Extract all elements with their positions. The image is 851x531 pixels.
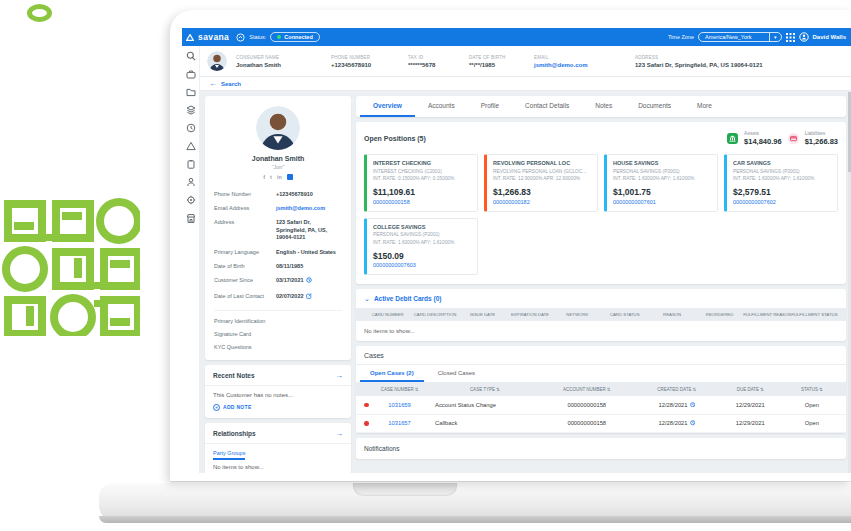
position-title: INTEREST CHECKING: [373, 160, 471, 166]
briefcase-icon[interactable]: [186, 69, 196, 79]
clock-icon[interactable]: [186, 123, 196, 133]
position-account-link[interactable]: 00000000007601: [613, 199, 711, 205]
history-clock-icon[interactable]: [690, 402, 696, 409]
position-account-link[interactable]: 000000000182: [493, 199, 591, 205]
consumer-avatar[interactable]: [207, 51, 227, 71]
linkedin-icon[interactable]: in: [277, 174, 282, 180]
position-rates: INT. RATE: 12.90000% APR: 12.90000%: [493, 176, 591, 181]
row-value-email[interactable]: jsmith@demo.com: [276, 205, 342, 212]
tab-closed-cases[interactable]: Closed Cases: [428, 365, 485, 382]
col-status[interactable]: STATUS⇅: [786, 387, 838, 392]
tab-documents[interactable]: Documents: [625, 96, 684, 117]
toggle-label: Primary Identification: [214, 318, 276, 324]
user-account-icon[interactable]: [799, 32, 809, 42]
toggle-label: Signature Card: [214, 331, 276, 337]
twitter-icon[interactable]: t: [270, 174, 272, 180]
tab-open-cases[interactable]: Open Cases (2): [360, 365, 424, 382]
col-account-number[interactable]: ACCOUNT NUMBER⇅: [535, 387, 639, 392]
tab-profile[interactable]: Profile: [468, 96, 512, 117]
layers-icon[interactable]: [186, 105, 196, 115]
folder-icon[interactable]: [186, 87, 196, 97]
add-note-button[interactable]: + ADD NOTE: [213, 404, 343, 411]
edit-icon[interactable]: [306, 293, 312, 301]
phone-value: +12345678910: [331, 62, 399, 68]
col-reordered: REORDERED: [696, 312, 743, 317]
tab-notes[interactable]: Notes: [582, 96, 625, 117]
app-top-bar: savana Status: Connected Time Zone Ameri…: [182, 28, 851, 46]
position-rates: INT. RATE: 0.15000% APY: 0.15000%: [373, 176, 471, 181]
row-value: English - United States: [276, 249, 342, 256]
search-back-row: ← Search: [200, 77, 851, 91]
profile-row-email: Email Address jsmith@demo.com: [214, 201, 342, 215]
forward-arrow-icon[interactable]: →: [335, 372, 343, 380]
col-case-type[interactable]: CASE TYPE⇅: [435, 387, 535, 392]
priority-dot-icon: [364, 421, 369, 426]
tab-accounts[interactable]: Accounts: [415, 96, 468, 117]
col-created-date[interactable]: CREATED DATE⇅: [639, 387, 715, 392]
chevron-down-icon[interactable]: ▾: [769, 33, 781, 41]
tab-more[interactable]: More: [684, 96, 725, 117]
col-reason: REASON: [648, 312, 695, 317]
laptop-screen: savana Status: Connected Time Zone Ameri…: [170, 10, 851, 481]
settings-gear-icon[interactable]: [186, 195, 196, 205]
savana-logo-icon: [186, 34, 194, 41]
position-account-link[interactable]: 00000000007602: [733, 199, 831, 205]
clipboard-icon[interactable]: [186, 159, 196, 169]
tab-contact-details[interactable]: Contact Details: [512, 96, 582, 117]
position-amount: $150.09: [373, 251, 471, 261]
storefront-icon[interactable]: [186, 213, 196, 223]
search-icon[interactable]: [186, 51, 196, 61]
position-amount: $2,579.51: [733, 187, 831, 197]
position-rates: INT. RATE: 1.60000% APY: 1.61000%: [613, 176, 711, 181]
back-arrow-icon[interactable]: ←: [209, 80, 217, 88]
liabilities-label: Liabilities: [805, 130, 838, 136]
liabilities-value: $1,266.83: [805, 137, 838, 146]
user-name[interactable]: David Walls: [813, 34, 846, 40]
sort-icon: ⇅: [760, 387, 764, 392]
recent-notes-card: Recent Notes → This Customer has no note…: [205, 365, 351, 418]
active-debit-cards-header[interactable]: ⌄ Active Debit Cards (0): [356, 289, 846, 308]
active-debit-cards-card: ⌄ Active Debit Cards (0) CARD NUMBER CAR…: [356, 289, 846, 341]
social-icons-row: f t in: [214, 174, 342, 180]
position-account-link[interactable]: 00000000007603: [373, 262, 471, 268]
field-tax-id: TAX ID ******5678: [408, 55, 460, 68]
app-logo-text: savana: [198, 32, 229, 42]
case-status: Open: [786, 420, 838, 426]
row-value: +12345678910: [276, 191, 342, 198]
history-clock-icon[interactable]: [306, 277, 312, 285]
assets-value: $14,840.96: [744, 137, 782, 146]
sync-icon[interactable]: [236, 33, 245, 42]
recent-notes-empty-text: This Customer has no notes...: [213, 392, 343, 398]
history-clock-icon[interactable]: [690, 420, 696, 427]
toggle-label: KYC Questions: [214, 344, 276, 350]
active-debit-cards-title: Active Debit Cards (0): [374, 295, 442, 302]
position-desc: PERSONAL SAVINGS (P2001): [733, 169, 831, 174]
row-value: 02/07/2022: [276, 293, 304, 299]
row-value: 08/11/1985: [276, 263, 342, 270]
status-label: Status:: [249, 34, 266, 40]
timezone-value[interactable]: America/New_York: [699, 33, 769, 41]
tab-party-groups[interactable]: Party Groups: [213, 450, 245, 460]
position-account-link[interactable]: 000000000158: [373, 199, 471, 205]
timezone-select[interactable]: America/New_York ▾: [698, 32, 782, 42]
search-link[interactable]: Search: [221, 81, 241, 87]
toggle-signature-card: Signature Card: [214, 328, 342, 341]
person-icon[interactable]: [186, 177, 196, 187]
app-grid-icon[interactable]: [786, 33, 795, 42]
case-number-link[interactable]: 1031659: [388, 402, 411, 408]
address-label: ADDRESS: [635, 55, 763, 60]
alert-triangle-icon[interactable]: [186, 141, 196, 151]
sort-icon: ⇅: [496, 387, 500, 392]
facebook-icon[interactable]: f: [263, 174, 265, 180]
tax-id-label: TAX ID: [408, 55, 460, 60]
customer-profile-card: Jonathan Smith “Jon” f t in Phone Number…: [205, 96, 351, 360]
col-case-number[interactable]: CASE NUMBER⇅: [364, 387, 435, 392]
tab-overview[interactable]: Overview: [360, 96, 415, 117]
tax-id-value: ******5678: [408, 62, 460, 68]
forward-arrow-icon[interactable]: →: [335, 430, 343, 438]
social-app-icon[interactable]: [287, 174, 293, 180]
col-due-date[interactable]: DUE DATE⇅: [715, 387, 786, 392]
green-ring-decoration: [27, 4, 52, 22]
case-number-link[interactable]: 1031657: [388, 420, 411, 426]
email-value[interactable]: jsmith@demo.com: [534, 62, 626, 68]
